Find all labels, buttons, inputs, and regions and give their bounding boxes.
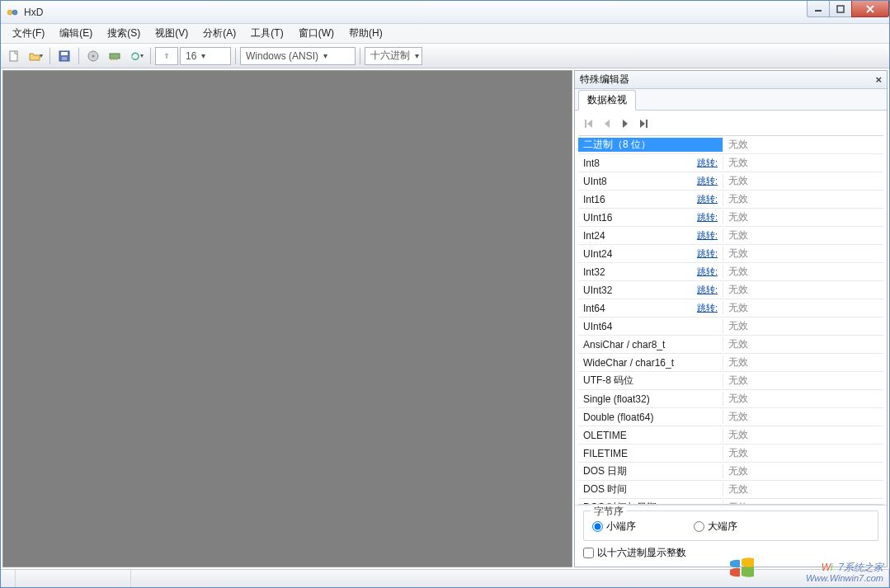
menu-分析(A)[interactable]: 分析(A) (196, 25, 243, 42)
inspector-titlebar: 特殊编辑器 × (575, 71, 887, 89)
type-row[interactable]: FILETIME无效 (578, 445, 883, 463)
maximize-button[interactable] (829, 1, 852, 17)
titlebar: HxD (1, 1, 889, 24)
type-name: Int64 (583, 303, 605, 314)
jump-link[interactable]: 跳转: (697, 193, 718, 205)
type-row[interactable]: Int8跳转:无效 (578, 154, 883, 172)
type-row[interactable]: WideChar / char16_t无效 (578, 354, 883, 372)
endian-group-label: 字节序 (591, 505, 627, 519)
svg-rect-3 (837, 6, 844, 12)
type-row[interactable]: Int24跳转:无效 (578, 227, 883, 245)
svg-point-0 (7, 10, 12, 15)
type-row[interactable]: DOS 日期无效 (578, 463, 883, 481)
nav-first-button[interactable] (582, 117, 596, 130)
hex-display-checkbox[interactable]: 以十六进制显示整数 (583, 546, 878, 560)
type-value: 无效 (723, 410, 883, 424)
type-row[interactable]: DOS 时间与日期无效 (578, 499, 883, 505)
close-button[interactable] (851, 1, 889, 17)
new-file-button[interactable] (4, 46, 24, 66)
type-value: 无效 (723, 247, 883, 261)
jump-link[interactable]: 跳转: (697, 247, 718, 260)
jump-link[interactable]: 跳转: (697, 175, 718, 187)
type-row[interactable]: Int16跳转:无效 (578, 191, 883, 209)
open-ram-button[interactable] (105, 46, 125, 66)
menu-帮助(H)[interactable]: 帮助(H) (342, 25, 389, 42)
jump-link[interactable]: 跳转: (697, 266, 718, 278)
type-row[interactable]: UInt64无效 (578, 318, 883, 336)
type-name: Int16 (583, 194, 605, 205)
type-row[interactable]: 二进制（8 位）无效 (578, 136, 883, 154)
save-button[interactable] (54, 46, 74, 66)
type-row[interactable]: UInt16跳转:无效 (578, 209, 883, 227)
type-name: UInt64 (583, 321, 612, 332)
tab-data-view[interactable]: 数据检视 (578, 90, 636, 111)
type-name: UTF-8 码位 (583, 374, 633, 388)
type-value: 无效 (723, 265, 883, 279)
data-type-list[interactable]: 二进制（8 位）无效Int8跳转:无效UInt8跳转:无效Int16跳转:无效U… (578, 135, 883, 505)
menu-文件(F)[interactable]: 文件(F) (6, 25, 51, 42)
encoding-combo[interactable]: Windows (ANSI)▾ (240, 47, 356, 65)
type-row[interactable]: DOS 时间无效 (578, 481, 883, 499)
type-row[interactable]: Int64跳转:无效 (578, 299, 883, 318)
jump-link[interactable]: 跳转: (697, 157, 718, 169)
nav-next-button[interactable] (618, 117, 633, 130)
svg-rect-12 (113, 59, 115, 60)
type-value: 无效 (723, 337, 883, 351)
menu-编辑(E)[interactable]: 编辑(E) (53, 25, 99, 42)
endian-little-label: 小端序 (606, 520, 636, 534)
type-row[interactable]: AnsiChar / char8_t无效 (578, 336, 883, 354)
type-value: 无效 (723, 210, 883, 224)
jump-link[interactable]: 跳转: (697, 284, 718, 296)
type-row[interactable]: Int32跳转:无效 (578, 263, 883, 281)
open-disk-button[interactable] (83, 46, 103, 66)
open-file-button[interactable]: ▾ (26, 46, 45, 66)
type-row[interactable]: Double (float64)无效 (578, 408, 883, 426)
inspector-close-button[interactable]: × (875, 73, 882, 86)
type-row[interactable]: OLETIME无效 (578, 426, 883, 445)
jump-link[interactable]: 跳转: (697, 229, 718, 242)
menu-窗口(W)[interactable]: 窗口(W) (292, 25, 341, 42)
svg-rect-4 (10, 51, 17, 61)
type-name: 二进制（8 位） (583, 138, 651, 152)
type-name: UInt16 (583, 212, 612, 223)
nav-buttons (575, 111, 887, 135)
toolbar-separator (235, 48, 236, 64)
data-inspector-panel: 特殊编辑器 × 数据检视 二进制（8 位）无效Int8跳转:无效UInt8跳转:… (574, 70, 888, 567)
jump-link[interactable]: 跳转: (697, 302, 718, 314)
direction-combo[interactable] (155, 47, 178, 65)
endian-big-radio[interactable]: 大端序 (694, 520, 737, 534)
endian-group: 字节序 小端序 大端序 (583, 510, 878, 541)
svg-rect-15 (646, 120, 647, 128)
jump-link[interactable]: 跳转: (697, 211, 718, 223)
type-value: 无效 (723, 355, 883, 369)
type-row[interactable]: Single (float32)无效 (578, 390, 883, 408)
type-name: DOS 时间 (583, 482, 627, 496)
refresh-button[interactable]: ▾ (126, 46, 146, 66)
endian-big-label: 大端序 (708, 520, 737, 534)
nav-prev-button[interactable] (600, 117, 615, 130)
base-combo[interactable]: 十六进制▾ (365, 47, 422, 65)
minimize-button[interactable] (807, 1, 830, 17)
type-row[interactable]: UTF-8 码位无效 (578, 372, 883, 390)
menu-搜索(S)[interactable]: 搜索(S) (101, 25, 147, 42)
type-row[interactable]: UInt24跳转:无效 (578, 245, 883, 263)
type-row[interactable]: UInt32跳转:无效 (578, 281, 883, 299)
type-value: 无效 (723, 228, 883, 242)
toolbar-separator (360, 48, 360, 64)
nav-last-button[interactable] (636, 117, 651, 130)
toolbar-separator (49, 48, 50, 64)
type-value: 无效 (723, 156, 883, 170)
menu-工具(T)[interactable]: 工具(T) (244, 25, 290, 42)
type-name: Int8 (583, 158, 600, 169)
type-value: 无效 (723, 464, 883, 478)
type-name: AnsiChar / char8_t (583, 339, 665, 350)
hex-editor-area[interactable] (2, 70, 572, 567)
menu-视图(V)[interactable]: 视图(V) (148, 25, 195, 42)
inspector-title: 特殊编辑器 (580, 73, 629, 87)
bytes-per-row-combo[interactable]: 16▾ (180, 47, 231, 65)
endian-little-radio[interactable]: 小端序 (592, 520, 636, 534)
status-cell (1, 570, 16, 587)
content-area: 特殊编辑器 × 数据检视 二进制（8 位）无效Int8跳转:无效UInt8跳转:… (1, 68, 889, 569)
svg-rect-10 (110, 54, 120, 59)
type-row[interactable]: UInt8跳转:无效 (578, 172, 883, 191)
